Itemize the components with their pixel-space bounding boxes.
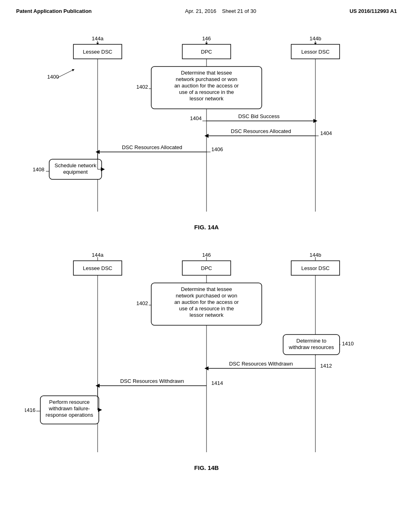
step1408-id: 1408 bbox=[33, 166, 44, 172]
lessor-dsc-text-14a: Lessor DSC bbox=[301, 49, 330, 55]
header-center: Apr. 21, 2016 Sheet 21 of 30 bbox=[185, 8, 256, 14]
step1408-text1: Schedule network bbox=[54, 162, 96, 168]
fig14a-section: 144a 146 144b Lessee DSC DPC Lessor DSC … bbox=[16, 26, 397, 231]
lessee-dsc-label-14b: 144a bbox=[92, 252, 104, 258]
page: Patent Application Publication Apr. 21, … bbox=[0, 0, 413, 532]
page-header: Patent Application Publication Apr. 21, … bbox=[16, 8, 397, 14]
dsc-resources-allocated-label1: DSC Resources Allocated bbox=[231, 128, 291, 134]
step1402-text2: network purchased or won bbox=[176, 76, 237, 82]
header-right: US 2016/112993 A1 bbox=[350, 8, 397, 14]
dsc-resources-allocated-label2: DSC Resources Allocated bbox=[122, 144, 182, 150]
dpc-text-14b: DPC bbox=[201, 265, 212, 271]
step1416-text1: Perform resource bbox=[49, 399, 90, 405]
lessor-dsc-text-14b: Lessor DSC bbox=[301, 265, 330, 271]
lessor-dsc-label-14b: 144b bbox=[310, 252, 321, 258]
step1402-text5: lessor network bbox=[190, 96, 223, 102]
step1408-text2: equipment bbox=[63, 169, 88, 175]
svg-marker-16 bbox=[101, 167, 105, 171]
step1402b-text3: an auction for the access or bbox=[174, 299, 239, 305]
svg-line-17 bbox=[57, 70, 73, 78]
fig14b-svg: 144a 146 144b Lessee DSC DPC Lessor DSC … bbox=[25, 243, 388, 460]
step1404-id-2: 1404 bbox=[320, 130, 332, 136]
step1402-text1: Determine that lessee bbox=[181, 70, 232, 76]
step1410-text2: withdraw resources bbox=[288, 344, 334, 350]
step1414-id: 1414 bbox=[211, 380, 223, 386]
dsc-bid-success-label: DSC Bid Success bbox=[238, 113, 280, 119]
lessee-dsc-text-14a: Lessee DSC bbox=[83, 49, 113, 55]
fig14b-section: 144a 146 144b Lessee DSC DPC Lessor DSC … bbox=[16, 243, 397, 471]
step1402b-text5: lessor network bbox=[190, 312, 223, 318]
fig14a-svg: 144a 146 144b Lessee DSC DPC Lessor DSC … bbox=[25, 26, 388, 220]
step1412-id: 1412 bbox=[320, 363, 332, 369]
dsc-resources-withdrawn-label1: DSC Resources Withdrawn bbox=[229, 361, 293, 367]
step1416-id: 1416 bbox=[25, 407, 35, 413]
lessor-dsc-label-14a: 144b bbox=[310, 35, 321, 42]
step1402b-text2: network purchased or won bbox=[176, 293, 237, 299]
step1402-text3: an auction for the access or bbox=[174, 83, 239, 89]
step1402-text4: use of a resource in the bbox=[179, 89, 234, 95]
step1402b-id: 1402 bbox=[136, 300, 148, 306]
diagram-id-14a: 1400 bbox=[47, 74, 59, 80]
svg-marker-31 bbox=[98, 408, 102, 412]
fig14b-label: FIG. 14B bbox=[16, 464, 397, 471]
step1410-id: 1410 bbox=[342, 341, 354, 347]
step1410-text1: Determine to bbox=[296, 338, 326, 344]
lessee-dsc-label-14a: 144a bbox=[92, 35, 104, 42]
header-left: Patent Application Publication bbox=[16, 8, 92, 14]
step1404-id-1: 1404 bbox=[190, 115, 202, 121]
dpc-label-14a: 146 bbox=[202, 35, 211, 42]
lessee-dsc-text-14b: Lessee DSC bbox=[83, 265, 113, 271]
step1416-text3: response operations bbox=[46, 412, 93, 418]
step1402b-text4: use of a resource in the bbox=[179, 305, 234, 312]
dpc-text-14a: DPC bbox=[201, 49, 212, 55]
dsc-resources-withdrawn-label2: DSC Resources Withdrawn bbox=[120, 378, 184, 384]
step1402b-text1: Determine that lessee bbox=[181, 286, 232, 292]
step1406-id: 1406 bbox=[211, 146, 223, 152]
step1416-text2: withdrawn failure- bbox=[48, 405, 90, 411]
dpc-label-14b: 146 bbox=[202, 252, 211, 258]
fig14a-label: FIG. 14A bbox=[16, 224, 397, 231]
step1402-id: 1402 bbox=[136, 84, 148, 90]
